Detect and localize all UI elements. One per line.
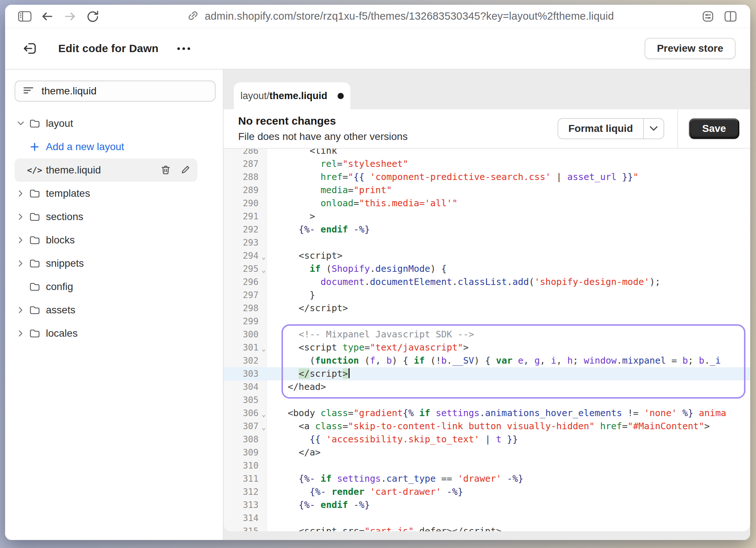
line-number: 310 bbox=[224, 459, 259, 472]
fold-chevron-icon[interactable]: ⌄ bbox=[260, 420, 268, 434]
back-icon[interactable] bbox=[38, 8, 57, 25]
code-line-305: 305 bbox=[224, 394, 750, 407]
browser-toolbar: admin.shopify.com/store/rzq1xu-f5/themes… bbox=[5, 5, 750, 28]
folder-icon bbox=[29, 258, 40, 269]
line-number: 288 bbox=[224, 171, 259, 184]
tab-label: layout/theme.liquid bbox=[240, 90, 327, 102]
tree-item-label: templates bbox=[46, 188, 90, 199]
format-liquid-button[interactable]: Format liquid bbox=[558, 118, 664, 139]
line-number: 313 bbox=[224, 498, 259, 512]
editor-statusbar: No recent changes File does not have any… bbox=[224, 109, 750, 149]
save-button[interactable]: Save bbox=[689, 118, 739, 139]
line-number: 296 bbox=[224, 275, 259, 289]
unsaved-indicator-dot bbox=[338, 93, 344, 99]
trash-icon bbox=[160, 164, 171, 176]
sidebar-toggle-icon[interactable] bbox=[15, 8, 34, 25]
folder-icon bbox=[29, 328, 40, 339]
line-number: 302 bbox=[224, 354, 259, 367]
tree-item-snippets[interactable]: snippets bbox=[15, 252, 197, 275]
code-line-309: 309 </a> bbox=[224, 446, 750, 459]
line-number: 295 bbox=[224, 262, 259, 275]
code-line-307: 307⌄ <a class="skip-to-content-link butt… bbox=[224, 420, 750, 433]
chevron-right-icon bbox=[18, 329, 24, 337]
tree-item-locales[interactable]: locales bbox=[15, 322, 197, 345]
reload-icon[interactable] bbox=[83, 8, 102, 25]
line-number: 306 bbox=[224, 407, 259, 420]
forward-icon[interactable] bbox=[60, 8, 79, 25]
status-subtitle: File does not have any other versions bbox=[238, 131, 407, 142]
folder-icon bbox=[29, 188, 40, 199]
line-number: 289 bbox=[224, 184, 259, 197]
tree-item-label: blocks bbox=[46, 234, 75, 246]
tree-item-layout[interactable]: layout bbox=[15, 112, 197, 135]
link-icon bbox=[186, 9, 200, 24]
line-number: 308 bbox=[224, 433, 259, 446]
code-line-297: 297 } bbox=[224, 289, 750, 302]
line-number: 298 bbox=[224, 302, 259, 315]
tree-item-label: snippets bbox=[46, 258, 84, 269]
line-number: 305 bbox=[224, 394, 259, 407]
line-number: 309 bbox=[224, 446, 259, 459]
code-line-291: 291 > bbox=[224, 210, 750, 223]
chevron-right-icon bbox=[18, 189, 24, 197]
line-number: 292 bbox=[224, 223, 259, 236]
file-search-box[interactable] bbox=[15, 81, 216, 102]
tree-item-sections[interactable]: sections bbox=[15, 205, 197, 228]
fold-chevron-icon[interactable]: ⌄ bbox=[260, 341, 268, 356]
code-line-303: 303 </script> bbox=[224, 367, 750, 380]
tree-item-add-a-new-layout[interactable]: Add a new layout bbox=[15, 135, 197, 158]
line-number: 293 bbox=[224, 236, 259, 249]
code-line-313: 313 {%- endif -%} bbox=[224, 498, 750, 512]
code-line-315: 315 <script src="cart.js" defer></script… bbox=[224, 525, 750, 531]
code-line-300: 300 <!-- Mixpanel Javascript SDK --> bbox=[224, 328, 750, 341]
tree-item-templates[interactable]: templates bbox=[15, 182, 197, 205]
browser-window: admin.shopify.com/store/rzq1xu-f5/themes… bbox=[5, 5, 750, 540]
folder-icon bbox=[29, 211, 40, 222]
text-cursor bbox=[349, 368, 350, 378]
code-line-314: 314 bbox=[224, 512, 750, 525]
more-actions-button[interactable] bbox=[174, 44, 194, 54]
tree-item-label: Add a new layout bbox=[46, 141, 124, 153]
page-settings-icon[interactable] bbox=[698, 8, 717, 25]
file-sidebar: layoutAdd a new layout</>theme.liquidtem… bbox=[5, 70, 224, 540]
filter-icon bbox=[23, 86, 34, 97]
tree-item-blocks[interactable]: blocks bbox=[15, 228, 197, 252]
file-tree: layoutAdd a new layout</>theme.liquidtem… bbox=[15, 112, 214, 345]
line-number: 315 bbox=[224, 525, 259, 531]
fold-chevron-icon[interactable]: ⌄ bbox=[260, 249, 268, 264]
code-line-295: 295⌄ if (Shopify.designMode) { bbox=[224, 262, 750, 275]
folder-icon bbox=[29, 281, 40, 292]
line-number: 294 bbox=[224, 249, 259, 262]
page-title: Edit code for Dawn bbox=[58, 42, 158, 55]
split-view-icon[interactable] bbox=[721, 8, 740, 25]
file-search-input[interactable] bbox=[42, 85, 207, 97]
tree-item-theme-liquid[interactable]: </>theme.liquid bbox=[15, 158, 197, 182]
fold-chevron-icon[interactable]: ⌄ bbox=[260, 407, 268, 421]
tree-item-config[interactable]: config bbox=[15, 275, 197, 298]
tree-item-assets[interactable]: assets bbox=[15, 298, 197, 322]
pencil-icon[interactable] bbox=[180, 164, 191, 176]
folder-icon bbox=[29, 305, 40, 316]
line-number: 312 bbox=[224, 485, 259, 498]
tab-theme-liquid[interactable]: layout/theme.liquid bbox=[234, 82, 350, 109]
code-line-304: 304</head> bbox=[224, 380, 750, 394]
format-options-caret[interactable] bbox=[643, 119, 664, 138]
code-line-290: 290 onload="this.media='all'" bbox=[224, 197, 750, 210]
line-number: 286 bbox=[224, 149, 259, 157]
tree-item-label: assets bbox=[46, 304, 75, 316]
code-line-306: 306⌄<body class="gradient{% if settings.… bbox=[224, 407, 750, 420]
preview-store-button[interactable]: Preview store bbox=[645, 38, 736, 59]
line-number: 290 bbox=[224, 197, 259, 210]
code-line-296: 296 document.documentElement.classList.a… bbox=[224, 275, 750, 289]
tree-item-label: theme.liquid bbox=[46, 164, 101, 176]
url-bar[interactable]: admin.shopify.com/store/rzq1xu-f5/themes… bbox=[106, 9, 695, 24]
line-number: 291 bbox=[224, 210, 259, 223]
exit-editor-icon[interactable] bbox=[20, 38, 40, 59]
code-line-288: 288 href="{{ 'component-predictive-searc… bbox=[224, 171, 750, 184]
code-line-302: 302 (function (f, b) { if (!b.__SV) { va… bbox=[224, 354, 750, 367]
trash-icon[interactable] bbox=[160, 164, 171, 176]
fold-chevron-icon[interactable]: ⌄ bbox=[260, 262, 268, 277]
line-number: 307 bbox=[224, 420, 259, 433]
code-editor[interactable]: 286 <link287 rel="stylesheet"288 href="{… bbox=[224, 149, 750, 531]
pencil-icon bbox=[180, 164, 191, 175]
